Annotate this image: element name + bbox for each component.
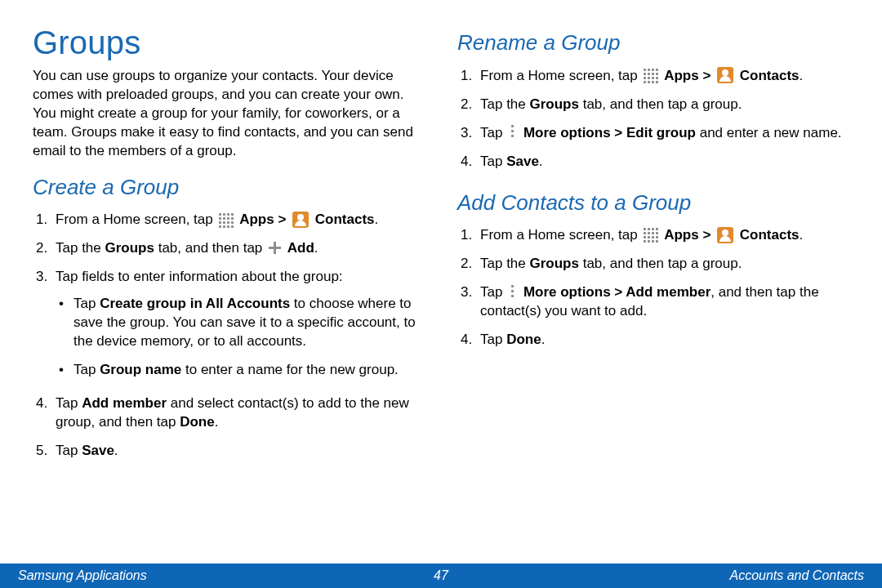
list-item: Tap Save.: [457, 148, 849, 176]
list-item: Tap Create group in All Accounts to choo…: [56, 290, 425, 356]
contacts-icon: [717, 67, 733, 83]
footer-right: Accounts and Contacts: [729, 568, 864, 583]
right-column: Rename a Group From a Home screen, tap A…: [457, 24, 849, 466]
footer-left: Samsung Applications: [18, 568, 147, 583]
plus-icon: [269, 242, 281, 254]
contacts-icon: [292, 212, 309, 228]
list-item: From a Home screen, tap Apps > Contacts.: [457, 62, 849, 91]
list-item: Tap Done.: [457, 326, 849, 354]
more-options-icon: [509, 284, 517, 299]
list-item: Tap the Groups tab, and then tap a group…: [457, 250, 849, 278]
page-body: Groups You can use groups to organize yo…: [0, 0, 882, 466]
list-item: Tap the Groups tab, and then tap a group…: [457, 91, 849, 119]
heading-add-contacts: Add Contacts to a Group: [457, 189, 849, 217]
list-item: Tap More options > Add member, and then …: [457, 278, 849, 326]
intro-paragraph: You can use groups to organize your cont…: [33, 67, 425, 161]
list-item: Tap Save.: [33, 437, 425, 466]
heading-create-group: Create a Group: [33, 174, 425, 202]
list-item: Tap the Groups tab, and then tap Add.: [33, 234, 425, 263]
create-group-steps: From a Home screen, tap Apps > Contacts.…: [33, 206, 425, 465]
add-contacts-steps: From a Home screen, tap Apps > Contacts.…: [457, 221, 849, 354]
list-item: From a Home screen, tap Apps > Contacts.: [33, 206, 425, 234]
more-options-icon: [509, 124, 517, 139]
rename-group-steps: From a Home screen, tap Apps > Contacts.…: [457, 62, 849, 176]
list-item: From a Home screen, tap Apps > Contacts.: [457, 221, 849, 250]
apps-icon: [644, 228, 657, 242]
page-number: 47: [434, 568, 448, 583]
apps-icon: [644, 69, 657, 82]
list-item: Tap Add member and select contact(s) to …: [33, 390, 425, 437]
list-item: Tap Group name to enter a name for the n…: [56, 356, 425, 385]
list-item: Tap More options > Edit group and enter …: [457, 119, 849, 148]
page-footer: Samsung Applications 47 Accounts and Con…: [0, 564, 882, 588]
sub-bullets: Tap Create group in All Accounts to choo…: [56, 290, 425, 385]
heading-rename-group: Rename a Group: [457, 29, 849, 57]
apps-icon: [219, 213, 233, 227]
left-column: Groups You can use groups to organize yo…: [33, 24, 425, 466]
contacts-icon: [717, 227, 733, 243]
list-item: Tap fields to enter information about th…: [33, 263, 425, 390]
page-title: Groups: [33, 24, 425, 60]
